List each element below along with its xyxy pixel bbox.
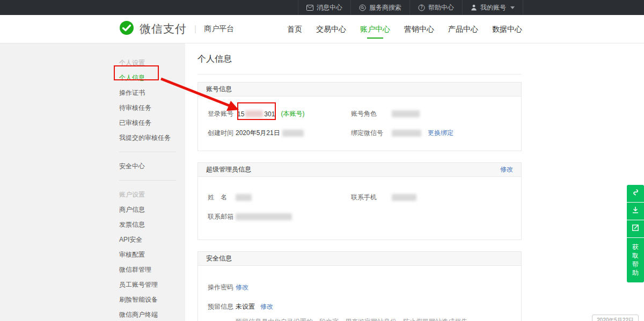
created-time-label: 创建时间: [208, 129, 236, 138]
sidebar: 个人设置 个人信息 操作证书 待审核任务 已审核任务 我提交的审核任务 安全中心…: [0, 43, 185, 321]
get-help-button[interactable]: 获取帮助: [627, 238, 644, 282]
sidebar-item-reviewed-tasks[interactable]: 已审核任务: [119, 115, 185, 130]
redacted-bound-wechat: [392, 130, 421, 137]
super-admin-section: 超级管理员信息 修改 姓 名 联系手机: [197, 162, 522, 240]
wechat-pay-logo-icon: [119, 20, 134, 38]
sidebar-divider: [119, 180, 176, 181]
operation-password-edit-link[interactable]: 修改: [236, 283, 248, 292]
current-account-tag: (本账号): [281, 109, 304, 118]
account-info-section-title: 账号信息: [206, 85, 232, 94]
date-tooltip: 2020年5月22日: [592, 315, 639, 321]
contact-phone-label: 联系手机: [351, 193, 392, 202]
brand[interactable]: 微信支付 | 商户平台: [119, 20, 234, 38]
nav-data-center[interactable]: 数据中心: [491, 15, 523, 43]
nav-home[interactable]: 首页: [286, 15, 303, 43]
nav-transaction-center[interactable]: 交易中心: [315, 15, 347, 43]
brand-divider: |: [194, 24, 196, 34]
main-content: 个人信息 账号信息 登录账号 15 301: [185, 43, 644, 321]
operation-password-label: 操作密码: [208, 283, 236, 292]
link-icon: [632, 189, 639, 198]
edit-icon: [632, 224, 639, 234]
svg-text:?: ?: [420, 5, 422, 10]
reserved-info-status: 未设置: [236, 302, 255, 311]
sidebar-item-personal-info[interactable]: 个人信息: [119, 70, 185, 85]
nav-marketing-center[interactable]: 营销中心: [403, 15, 435, 43]
feedback-button[interactable]: [627, 220, 644, 237]
get-help-label: 获取帮助: [632, 243, 639, 277]
redacted-admin-name: [236, 194, 252, 201]
sidebar-item-merchant-info[interactable]: 商户信息: [119, 202, 185, 217]
contact-email-label: 联系邮箱: [208, 212, 236, 221]
top-utility-bar: 消息中心 服务商搜索 ? 帮助中心 我的账号: [0, 0, 644, 15]
redacted-contact-phone: [392, 194, 416, 201]
redacted-created-time: [282, 130, 304, 137]
sidebar-item-wechat-group-mgmt[interactable]: 微信群管理: [119, 262, 185, 277]
nav-account-center[interactable]: 账户中心: [359, 15, 391, 43]
account-info-section: 账号信息 登录账号 15 301 (本账号): [197, 82, 522, 151]
sidebar-item-invoice-info[interactable]: 发票信息: [119, 217, 185, 232]
download-icon: [632, 206, 639, 216]
service-provider-search-button[interactable]: 服务商搜索: [350, 0, 409, 15]
floating-help-widget: 获取帮助: [627, 185, 644, 282]
rebind-link[interactable]: 更换绑定: [428, 129, 453, 138]
security-info-section: 安全信息 操作密码 修改 预留信息 未设置 修改: [197, 251, 522, 321]
my-account-menu[interactable]: 我的账号: [462, 0, 523, 15]
sidebar-divider: [119, 152, 176, 152]
sidebar-item-my-submitted-tasks[interactable]: 我提交的审核任务: [119, 130, 185, 145]
nav-product-center[interactable]: 产品中心: [447, 15, 479, 43]
sidebar-item-wechat-merchant-terminal[interactable]: 微信商户终端: [119, 307, 185, 321]
account-role-label: 账号角色: [351, 109, 392, 118]
sidebar-group-account-settings: 账户设置: [119, 187, 185, 202]
primary-nav: 首页 交易中心 账户中心 营销中心 产品中心 数据中心: [286, 15, 523, 43]
reserved-info-edit-link[interactable]: 修改: [260, 302, 273, 311]
reserved-info-label: 预留信息: [208, 302, 236, 311]
download-button[interactable]: [627, 203, 644, 220]
bound-wechat-label: 绑定微信号: [351, 129, 392, 138]
my-account-label: 我的账号: [480, 3, 506, 12]
sidebar-group-personal-settings: 个人设置: [119, 55, 185, 70]
service-provider-search-label: 服务商搜索: [369, 3, 401, 12]
help-center-button[interactable]: ? 帮助中心: [409, 0, 462, 15]
login-account-value: 15 301: [236, 110, 276, 118]
redacted-account-role: [392, 110, 420, 117]
sidebar-item-staff-account-mgmt[interactable]: 员工账号管理: [119, 277, 185, 292]
admin-name-label: 姓 名: [208, 193, 236, 202]
reserved-info-description: 预留信息是由你自己设置的一段文字，用来鉴定网站身份，防止假冒网站造成损失。 配置…: [236, 317, 513, 321]
sidebar-item-operation-certificate[interactable]: 操作证书: [119, 85, 185, 100]
page-title: 个人信息: [197, 43, 522, 74]
brand-name: 微信支付: [140, 21, 187, 36]
help-center-label: 帮助中心: [428, 3, 454, 12]
sidebar-item-security-center[interactable]: 安全中心: [119, 159, 185, 174]
super-admin-section-title: 超级管理员信息: [206, 165, 251, 174]
redacted-login-middle: [245, 110, 263, 117]
help-icon: ?: [418, 4, 425, 11]
login-account-label: 登录账号: [208, 109, 236, 118]
page-body: 个人设置 个人信息 操作证书 待审核任务 已审核任务 我提交的审核任务 安全中心…: [0, 43, 644, 321]
sidebar-item-review-config[interactable]: 审核配置: [119, 247, 185, 262]
sidebar-menu: 个人设置 个人信息 操作证书 待审核任务 已审核任务 我提交的审核任务 安全中心…: [119, 55, 185, 321]
sidebar-item-api-security[interactable]: API安全: [119, 232, 185, 247]
message-center-button[interactable]: 消息中心: [298, 0, 350, 15]
redacted-contact-email: [236, 213, 292, 220]
chevron-down-icon: [510, 6, 515, 9]
quick-link-button[interactable]: [627, 185, 644, 202]
user-icon: [471, 4, 477, 11]
search-icon: [359, 4, 366, 11]
mail-icon: [306, 5, 313, 11]
message-center-label: 消息中心: [317, 3, 342, 12]
super-admin-edit-link[interactable]: 修改: [500, 165, 513, 174]
security-info-section-title: 安全信息: [206, 254, 232, 263]
sidebar-item-pending-review-tasks[interactable]: 待审核任务: [119, 100, 185, 115]
created-time-value: 2020年5月21日: [236, 129, 304, 138]
site-header: 微信支付 | 商户平台 首页 交易中心 账户中心 营销中心 产品中心 数据中心: [0, 15, 644, 43]
brand-subtitle: 商户平台: [204, 24, 234, 34]
sidebar-item-face-smart-device[interactable]: 刷脸智能设备: [119, 292, 185, 307]
